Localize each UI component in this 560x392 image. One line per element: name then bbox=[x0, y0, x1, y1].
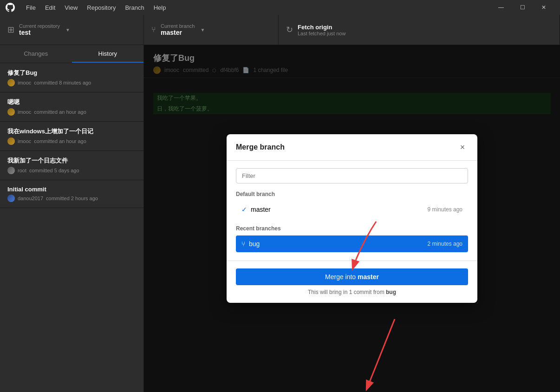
branch-bug-icon: ⑂ bbox=[241, 240, 245, 248]
titlebar-menu: File Edit View Repository Branch Help bbox=[22, 3, 169, 12]
commit-title: 我新加了一个日志文件 bbox=[7, 157, 136, 165]
menu-file[interactable]: File bbox=[22, 3, 39, 12]
merge-into-button[interactable]: Merge into master bbox=[236, 268, 468, 285]
avatar bbox=[7, 108, 15, 116]
list-item[interactable]: 嗯嗯 imooc committed an hour ago bbox=[0, 92, 143, 122]
branch-name: master bbox=[161, 29, 195, 36]
tab-history[interactable]: History bbox=[72, 45, 144, 63]
fetch-sub: Last fetched just now bbox=[298, 31, 345, 36]
commit-author: imooc bbox=[18, 80, 31, 85]
current-branch-section[interactable]: ⑂ Current branch master ▼ bbox=[144, 15, 279, 45]
titlebar: File Edit View Repository Branch Help — … bbox=[0, 0, 560, 15]
dialog-header: Merge branch × bbox=[227, 134, 477, 161]
branch-item-bug-left: ⑂ bug bbox=[241, 240, 260, 248]
branch-chevron-icon: ▼ bbox=[200, 27, 205, 33]
fetch-origin-section[interactable]: ↻ Fetch origin Last fetched just now bbox=[279, 15, 560, 45]
branch-name-bug: bug bbox=[249, 240, 260, 248]
toolbar: ⊞ Current repository test ▼ ⑂ Current br… bbox=[0, 15, 560, 45]
branch-item-master-left: ✓ master bbox=[241, 206, 271, 213]
commit-title: 修复了Bug bbox=[7, 69, 136, 77]
commit-meta: imooc committed an hour ago bbox=[7, 137, 136, 145]
branch-item-master[interactable]: ✓ master 9 minutes ago bbox=[236, 201, 468, 218]
commit-meta: danou2017 committed 2 hours ago bbox=[7, 195, 136, 202]
filter-input[interactable] bbox=[236, 168, 468, 183]
branch-icon: ⑂ bbox=[151, 26, 156, 34]
content-area: 修复了Bug imooc committed ⬡ df4bbf6 📄 1 cha… bbox=[144, 45, 560, 392]
commit-list: 修复了Bug imooc committed 8 minutes ago 嗯嗯 … bbox=[0, 63, 143, 392]
commit-meta: imooc committed 8 minutes ago bbox=[7, 79, 136, 86]
dialog-body: Default branch ✓ master 9 minutes ago Re… bbox=[227, 161, 477, 261]
merge-branch-dialog: Merge branch × Default branch ✓ master 9… bbox=[227, 134, 477, 303]
fetch-icon: ↻ bbox=[286, 25, 293, 35]
branch-name-master: master bbox=[251, 206, 271, 213]
dialog-footer: Merge into master This will bring in 1 c… bbox=[227, 261, 477, 303]
repo-name: test bbox=[19, 29, 60, 36]
merge-btn-target: master bbox=[358, 273, 379, 281]
commit-title: 嗯嗯 bbox=[7, 98, 136, 106]
branch-time-bug: 2 minutes ago bbox=[428, 241, 462, 247]
commit-author: root bbox=[18, 168, 26, 173]
repo-label: Current repository bbox=[19, 23, 60, 29]
recent-branches-label: Recent branches bbox=[236, 225, 468, 232]
branch-item-bug[interactable]: ⑂ bug 2 minutes ago bbox=[236, 235, 468, 252]
avatar bbox=[7, 195, 15, 202]
minimize-button[interactable]: — bbox=[490, 0, 512, 15]
hint-text: This will bring in 1 commit from bbox=[308, 289, 386, 295]
commit-time: committed an hour ago bbox=[34, 138, 86, 144]
menu-repository[interactable]: Repository bbox=[83, 3, 119, 12]
checkmark-icon: ✓ bbox=[241, 206, 247, 213]
merge-hint: This will bring in 1 commit from bug bbox=[236, 289, 468, 295]
titlebar-left: File Edit View Repository Branch Help bbox=[6, 3, 169, 12]
merge-btn-text: Merge into bbox=[325, 273, 358, 281]
tab-changes[interactable]: Changes bbox=[0, 45, 72, 63]
list-item[interactable]: Initial commit danou2017 committed 2 hou… bbox=[0, 180, 143, 208]
avatar bbox=[7, 79, 15, 86]
branch-text: Current branch master bbox=[161, 23, 195, 36]
default-branch-label: Default branch bbox=[236, 191, 468, 197]
commit-author: danou2017 bbox=[18, 196, 43, 201]
commit-meta: root committed 5 days ago bbox=[7, 167, 136, 174]
modal-overlay: Merge branch × Default branch ✓ master 9… bbox=[144, 45, 560, 392]
main-layout: Changes History 修复了Bug imooc committed 8… bbox=[0, 45, 560, 392]
current-repo-section[interactable]: ⊞ Current repository test ▼ bbox=[0, 15, 144, 45]
branch-label: Current branch bbox=[161, 23, 195, 29]
commit-time: committed 5 days ago bbox=[29, 168, 79, 173]
menu-help[interactable]: Help bbox=[150, 3, 170, 12]
commit-time: committed 8 minutes ago bbox=[34, 80, 91, 85]
branch-time-master: 9 minutes ago bbox=[428, 206, 462, 213]
avatar bbox=[7, 137, 15, 145]
titlebar-controls: — ☐ ✕ bbox=[490, 0, 554, 15]
list-item[interactable]: 我在windows上增加了一个日记 imooc committed an hou… bbox=[0, 122, 143, 151]
commit-author: imooc bbox=[18, 138, 31, 144]
maximize-button[interactable]: ☐ bbox=[512, 0, 533, 15]
sidebar: Changes History 修复了Bug imooc committed 8… bbox=[0, 45, 144, 392]
commit-time: committed an hour ago bbox=[34, 109, 86, 115]
hint-branch: bug bbox=[386, 289, 396, 295]
commit-title: Initial commit bbox=[7, 186, 136, 193]
github-logo-icon bbox=[6, 3, 15, 12]
avatar bbox=[7, 167, 15, 174]
menu-branch[interactable]: Branch bbox=[121, 3, 148, 12]
menu-view[interactable]: View bbox=[61, 3, 81, 12]
repo-icon: ⊞ bbox=[7, 25, 14, 35]
close-button[interactable]: ✕ bbox=[533, 0, 554, 15]
repo-chevron-icon: ▼ bbox=[65, 27, 70, 33]
dialog-close-button[interactable]: × bbox=[457, 142, 468, 153]
repo-text: Current repository test bbox=[19, 23, 60, 36]
list-item[interactable]: 修复了Bug imooc committed 8 minutes ago bbox=[0, 63, 143, 92]
fetch-text: Fetch origin Last fetched just now bbox=[298, 24, 345, 36]
sidebar-tabs: Changes History bbox=[0, 45, 143, 63]
dialog-title: Merge branch bbox=[236, 143, 285, 151]
menu-edit[interactable]: Edit bbox=[41, 3, 59, 12]
commit-author: imooc bbox=[18, 109, 31, 115]
commit-meta: imooc committed an hour ago bbox=[7, 108, 136, 116]
list-item[interactable]: 我新加了一个日志文件 root committed 5 days ago bbox=[0, 151, 143, 180]
fetch-label: Fetch origin bbox=[298, 24, 345, 31]
commit-time: committed 2 hours ago bbox=[46, 196, 98, 201]
commit-title: 我在windows上增加了一个日记 bbox=[7, 127, 136, 136]
